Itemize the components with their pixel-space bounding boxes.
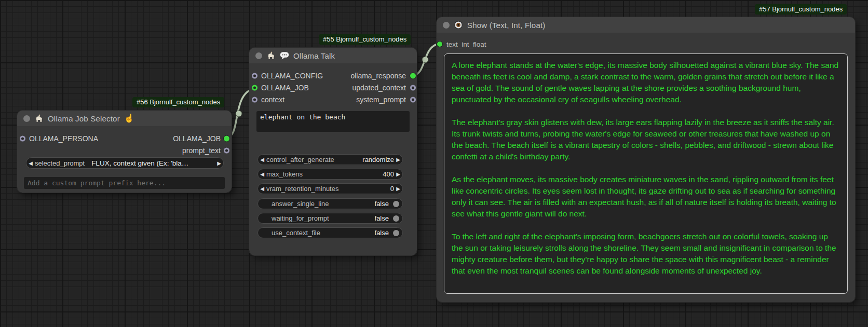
node-id-badge: #55 Bjornulf_custom_nodes xyxy=(319,34,411,45)
waiting-for-prompt-toggle[interactable]: waiting_for_prompt false xyxy=(257,213,403,224)
input-port-dot[interactable] xyxy=(20,136,25,142)
input-ollama-persona[interactable]: OLLAMA_PERSONA xyxy=(17,133,131,144)
combo-prev-icon[interactable]: ◀ xyxy=(258,171,266,177)
node-id-badge: #56 Bjornulf_custom_nodes xyxy=(132,97,224,107)
max-tokens-stepper[interactable]: ◀ max_tokens 400 ▶ xyxy=(257,169,403,180)
prompt-text-input[interactable]: elephant on the beach xyxy=(256,111,410,132)
control-after-generate-combo[interactable]: ◀ control_after_generate randomize ▶ xyxy=(257,154,403,165)
output-ollama-response[interactable]: ollama_response xyxy=(326,71,417,81)
pointing-up-icon: ☝ xyxy=(124,114,134,122)
node-show-text-int-float[interactable]: Show (Text, Int, Float) text_int_float A… xyxy=(437,17,855,302)
collapse-dot[interactable] xyxy=(443,22,450,29)
combo-label: selected_prompt xyxy=(35,159,85,167)
toggle-dot[interactable] xyxy=(393,230,399,236)
combo-value: FLUX, context given (Ex: 'bla… xyxy=(91,159,188,167)
wire-midpoint-dot[interactable] xyxy=(236,111,242,117)
combo-next-icon[interactable]: ▶ xyxy=(215,160,223,166)
output-port-dot[interactable] xyxy=(410,97,416,103)
output-updated-context[interactable]: updated_context xyxy=(326,83,417,93)
output-port-dot[interactable] xyxy=(224,136,229,142)
toggle-dot[interactable] xyxy=(393,201,399,207)
combo-prev-icon[interactable]: ◀ xyxy=(258,157,266,162)
speech-balloon-icon xyxy=(280,51,289,60)
output-ollama-job[interactable]: OLLAMA_JOB xyxy=(133,133,232,144)
node-header[interactable]: Ollama Talk xyxy=(249,48,417,63)
input-port-dot[interactable] xyxy=(252,73,257,79)
combo-next-icon[interactable]: ▶ xyxy=(394,186,402,192)
output-port-dot[interactable] xyxy=(410,73,416,79)
output-port-dot[interactable] xyxy=(224,148,229,154)
node-ollama-job-selector[interactable]: Ollama Job Selector ☝ OLLAMA_PERSONA OLL… xyxy=(17,111,232,193)
node-title: Show (Text, Int, Float) xyxy=(467,21,545,30)
combo-next-icon[interactable]: ▶ xyxy=(394,157,402,162)
node-ollama-talk[interactable]: Ollama Talk OLLAMA_CONFIG OLLAMA_JOB con… xyxy=(249,48,417,255)
use-context-file-toggle[interactable]: use_context_file false xyxy=(257,227,403,238)
show-text-output[interactable]: A lone elephant stands at the water's ed… xyxy=(444,53,848,294)
output-prompt-text[interactable]: prompt_text xyxy=(133,145,232,156)
combo-next-icon[interactable]: ▶ xyxy=(394,171,402,177)
node-title: Ollama Talk xyxy=(293,51,335,60)
node-header[interactable]: Show (Text, Int, Float) xyxy=(437,17,855,33)
wire-midpoint-dot[interactable] xyxy=(422,57,428,63)
vram-retention-minutes-stepper[interactable]: ◀ vram_retention_minutes 0 ▶ xyxy=(257,183,403,194)
input-port-dot[interactable] xyxy=(437,42,442,47)
output-port-dot[interactable] xyxy=(410,85,416,91)
collapse-dot[interactable] xyxy=(255,52,262,59)
input-text-int-float[interactable]: text_int_float xyxy=(437,39,551,49)
input-port-dot[interactable] xyxy=(252,85,257,91)
selected-prompt-combo[interactable]: ◀ selected_prompt FLUX, context given (E… xyxy=(26,157,224,169)
input-port-dot[interactable] xyxy=(252,97,257,103)
combo-prev-icon[interactable]: ◀ xyxy=(26,160,35,166)
llama-icon xyxy=(266,51,276,60)
llama-icon xyxy=(34,114,44,123)
eye-icon xyxy=(454,20,463,30)
node-graph-canvas[interactable]: #56 Bjornulf_custom_nodes #55 Bjornulf_c… xyxy=(0,0,868,327)
collapse-dot[interactable] xyxy=(23,115,30,122)
answer-single-line-toggle[interactable]: answer_single_line false xyxy=(257,198,403,209)
node-title: Ollama Job Selector xyxy=(48,114,120,123)
toggle-dot[interactable] xyxy=(393,215,399,222)
custom-prompt-prefix-input[interactable]: Add a custom prompt prefix here... xyxy=(24,177,225,189)
node-header[interactable]: Ollama Job Selector ☝ xyxy=(17,111,232,126)
output-system-prompt[interactable]: system_prompt xyxy=(326,94,417,105)
node-id-badge: #57 Bjornulf_custom_nodes xyxy=(755,4,847,15)
combo-prev-icon[interactable]: ◀ xyxy=(258,186,266,192)
